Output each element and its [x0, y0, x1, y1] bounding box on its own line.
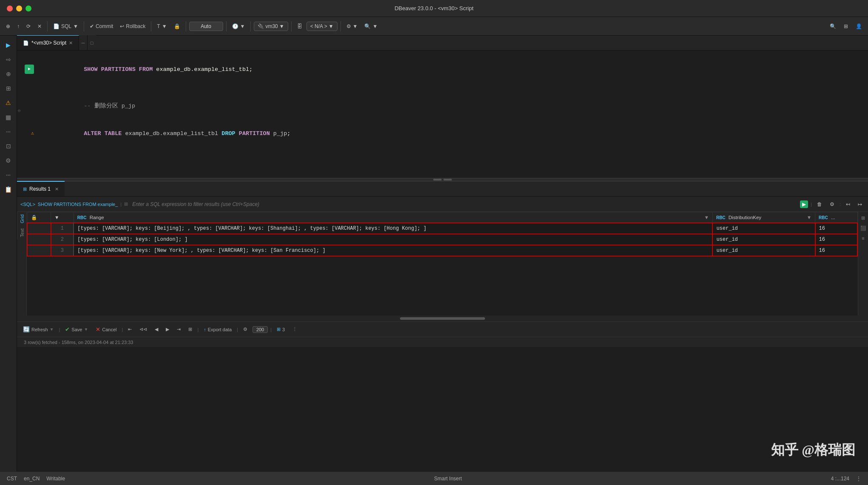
close-window-button[interactable] [7, 6, 13, 11]
sidebar-gear-icon[interactable]: ⚙ [3, 155, 14, 166]
format-button[interactable]: T ▼ [154, 22, 169, 31]
filter-input[interactable] [130, 200, 797, 208]
row-1-range[interactable]: [types: [VARCHAR]; keys: [Beijing]; , ty… [74, 223, 712, 234]
cancel-button[interactable]: ✕ Cancel [93, 325, 119, 334]
global-search-button[interactable]: 🔍 [827, 22, 839, 31]
sidebar-warning-icon[interactable]: ⚠ [3, 97, 14, 109]
col-header-distkey[interactable]: RBC DistributionKey ▼ [712, 212, 815, 223]
nav-end-button[interactable]: ↦ [855, 200, 865, 209]
script-tab-close[interactable]: ✕ [69, 40, 73, 46]
lock-button[interactable]: 🔒 [171, 22, 183, 31]
sidebar-run-icon[interactable]: ▶ [3, 39, 14, 51]
nav-btn-next[interactable]: ▶ [163, 325, 172, 333]
table-row[interactable]: 2 [types: [VARCHAR]; keys: [London]; ] u… [27, 234, 857, 245]
status-more-icon[interactable]: ⋮ [856, 476, 861, 482]
rows-count-btn[interactable]: ⊞ 3 [274, 325, 287, 333]
col-header-extra[interactable]: RBC ... [815, 212, 857, 223]
database-label: < N/A > [310, 23, 327, 29]
refresh-button[interactable]: 🔄 Refresh ▼ [20, 325, 56, 334]
results-tab-close[interactable]: ✕ [55, 186, 59, 192]
col-header-filter[interactable]: ▼ [51, 212, 74, 223]
separator-2 [84, 21, 84, 31]
filter-settings-button[interactable]: ⚙ [827, 200, 837, 209]
scrollbar-thumb[interactable] [400, 317, 485, 320]
auto-commit-selector[interactable]: Auto [189, 22, 223, 31]
row-2-val[interactable]: 16 [815, 234, 857, 245]
panel-icon-2[interactable]: ⬛ [859, 224, 868, 232]
filter-clear-button[interactable]: 🗑 [814, 200, 825, 209]
tab-minimize-button[interactable]: ─ [79, 35, 88, 50]
col-header-range[interactable]: RBC Range ▼ [74, 212, 712, 223]
results-status-text: 3 row(s) fetched - 158ms, on 2023-04-04 … [24, 340, 133, 345]
export-button[interactable]: ↑ Export data [201, 326, 234, 333]
resize-handle[interactable] [17, 178, 868, 181]
user-button[interactable]: 👤 [853, 22, 865, 31]
new-connection-button[interactable]: ⊕ [3, 22, 13, 31]
table-row[interactable]: 3 [types: [VARCHAR]; keys: [New York]; ,… [27, 245, 857, 256]
script-tab[interactable]: 📄 *<vm30> Script ✕ [17, 35, 79, 50]
windows-button[interactable]: ⊞ [841, 22, 851, 31]
sidebar-add-icon[interactable]: ⊕ [3, 68, 14, 80]
sql-preview: SHOW PARTITIONS FROM example_ [38, 202, 118, 207]
nav-btn-last[interactable]: ⇥ [174, 325, 183, 333]
nav-btn-first[interactable]: ⇤ [125, 325, 134, 333]
database-selector[interactable]: < N/A > ▼ [306, 22, 338, 31]
save-label: Save [71, 327, 82, 332]
horizontal-scrollbar[interactable] [17, 316, 868, 321]
row-3-range[interactable]: [types: [VARCHAR]; keys: [New York]; , t… [74, 245, 712, 256]
run-filter-button[interactable]: ▶ [800, 200, 808, 208]
sidebar-grid-icon[interactable]: ▦ [3, 111, 14, 123]
row-1-distkey[interactable]: user_id [712, 223, 815, 234]
results-tab-1[interactable]: ⊞ Results 1 ✕ [17, 181, 65, 196]
filter-icon: ▼ [54, 215, 59, 220]
db-icon-button[interactable]: 🗄 [295, 22, 305, 31]
connection-selector[interactable]: 🔌 vm30 ▼ [254, 22, 288, 31]
row-2-range[interactable]: [types: [VARCHAR]; keys: [London]; ] [74, 234, 712, 245]
commit-button[interactable]: ✔ Commit [87, 22, 116, 31]
toolbar-btn-2[interactable]: ⟳ [24, 22, 33, 31]
format-dropdown-icon: ▼ [162, 23, 167, 29]
sidebar-terminal-icon[interactable]: ⊡ [3, 140, 14, 152]
maximize-window-button[interactable] [26, 6, 31, 11]
settings-button[interactable]: ⚙ ▼ [344, 22, 360, 31]
panel-icon-1[interactable]: ⊞ [859, 214, 868, 222]
window-controls[interactable] [7, 6, 31, 11]
expand-icon[interactable]: ⊞ [124, 201, 128, 207]
nav-btn-prev-multi[interactable]: ⊲⊲ [137, 325, 150, 333]
text-view-label[interactable]: Text [17, 226, 26, 240]
history-button[interactable]: 🕐 ▼ [230, 22, 248, 31]
minimize-window-button[interactable] [16, 6, 22, 11]
distkey-type-label: RBC [716, 215, 726, 220]
settings-btn[interactable]: ⚙ [241, 325, 250, 333]
row-1-val[interactable]: 16 [815, 223, 857, 234]
save-button[interactable]: ✔ Save ▼ [62, 325, 91, 334]
toolbar-btn-1[interactable]: ↑ [14, 22, 22, 31]
nav-first-button[interactable]: ↤ [843, 200, 853, 209]
sidebar-table-icon[interactable]: ⊞ [3, 82, 14, 94]
export-label: Export data [208, 327, 232, 332]
panel-icon-3[interactable]: ≡ [859, 234, 868, 242]
code-editor[interactable]: ▶ SHOW PARTITIONS FROM example_db.exampl… [17, 51, 868, 178]
row-3-distkey[interactable]: user_id [712, 245, 815, 256]
line-content-1: SHOW PARTITIONS FROM example_db.example_… [38, 56, 859, 83]
row-3-val[interactable]: 16 [815, 245, 857, 256]
table-row[interactable]: 1 [types: [VARCHAR]; keys: [Beijing]; , … [27, 223, 857, 234]
row-2-distkey[interactable]: user_id [712, 234, 815, 245]
pipe-separator: | [120, 202, 122, 207]
sql-button[interactable]: 📄 SQL ▼ [51, 22, 81, 31]
nav-btn-prev[interactable]: ◀ [152, 325, 161, 333]
sidebar-step-icon[interactable]: ⇨ [3, 54, 14, 65]
filter-divider: | [811, 202, 812, 207]
toolbar-btn-3[interactable]: ✕ [35, 22, 44, 31]
tab-maximize-button[interactable]: □ [88, 35, 96, 50]
nav-btn-add[interactable]: ⊞ [186, 325, 195, 333]
rollback-button[interactable]: ↩ Rollback [117, 22, 148, 31]
search-big-button[interactable]: 🔍 ▼ [362, 22, 380, 31]
reload-icon: ⟳ [26, 23, 31, 29]
main-toolbar: ⊕ ↑ ⟳ ✕ 📄 SQL ▼ ✔ Commit ↩ Rollback T ▼ … [0, 17, 868, 36]
run-button-1[interactable]: ▶ [25, 65, 34, 74]
grid-view-label[interactable]: Grid [17, 212, 26, 226]
count-box[interactable]: 200 [252, 326, 268, 333]
sidebar-doc-icon[interactable]: 📋 [3, 183, 14, 195]
more-btn[interactable]: ⋮ [290, 325, 300, 333]
